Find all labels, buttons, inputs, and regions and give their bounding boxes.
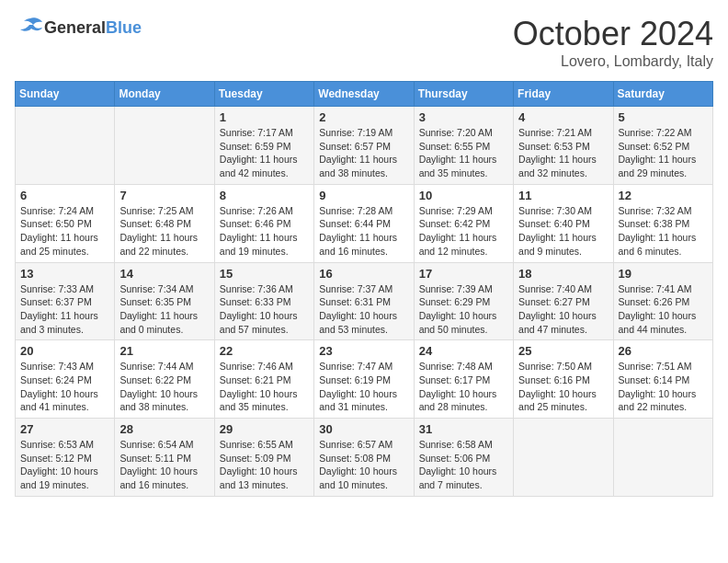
- cell-details: Sunrise: 6:58 AMSunset: 5:06 PMDaylight:…: [419, 438, 508, 492]
- day-number: 9: [319, 189, 408, 202]
- calendar-cell: 14Sunrise: 7:34 AMSunset: 6:35 PMDayligh…: [115, 262, 214, 340]
- cell-details: Sunrise: 7:40 AMSunset: 6:27 PMDaylight:…: [518, 282, 608, 337]
- calendar-cell: 9Sunrise: 7:28 AMSunset: 6:44 PMDaylight…: [314, 184, 414, 262]
- cell-details: Sunrise: 7:32 AMSunset: 6:38 PMDaylight:…: [619, 204, 708, 259]
- calendar-cell: [16, 107, 115, 185]
- calendar-cell: 18Sunrise: 7:40 AMSunset: 6:27 PMDayligh…: [514, 262, 613, 340]
- cell-details: Sunrise: 7:39 AMSunset: 6:29 PMDaylight:…: [419, 282, 508, 337]
- day-number: 11: [518, 189, 608, 202]
- calendar-cell: 12Sunrise: 7:32 AMSunset: 6:38 PMDayligh…: [613, 184, 712, 262]
- day-number: 21: [119, 344, 209, 358]
- cell-details: Sunrise: 6:54 AMSunset: 5:11 PMDaylight:…: [119, 438, 209, 492]
- page-header: GeneralBlue October 2024 Lovero, Lombard…: [15, 15, 713, 70]
- logo-bird-icon: [17, 15, 44, 37]
- day-number: 22: [220, 344, 309, 358]
- day-number: 3: [419, 110, 508, 124]
- calendar-cell: 22Sunrise: 7:46 AMSunset: 6:21 PMDayligh…: [214, 340, 313, 419]
- calendar-cell: 31Sunrise: 6:58 AMSunset: 5:06 PMDayligh…: [414, 419, 513, 497]
- calendar-table: Sunday Monday Tuesday Wednesday Thursday…: [15, 81, 713, 497]
- cell-details: Sunrise: 7:36 AMSunset: 6:33 PMDaylight:…: [220, 282, 309, 337]
- cell-details: Sunrise: 7:37 AMSunset: 6:31 PMDaylight:…: [319, 282, 408, 337]
- calendar-cell: 11Sunrise: 7:30 AMSunset: 6:40 PMDayligh…: [514, 184, 613, 262]
- day-number: 27: [20, 422, 109, 436]
- calendar-cell: 19Sunrise: 7:41 AMSunset: 6:26 PMDayligh…: [613, 262, 712, 340]
- cell-details: Sunrise: 7:48 AMSunset: 6:17 PMDaylight:…: [419, 360, 508, 414]
- cell-details: Sunrise: 7:51 AMSunset: 6:14 PMDaylight:…: [619, 360, 708, 414]
- calendar-week-row: 27Sunrise: 6:53 AMSunset: 5:12 PMDayligh…: [16, 419, 713, 497]
- day-number: 20: [20, 344, 109, 358]
- cell-details: Sunrise: 7:24 AMSunset: 6:50 PMDaylight:…: [20, 204, 109, 259]
- day-number: 26: [619, 344, 708, 358]
- cell-details: Sunrise: 7:33 AMSunset: 6:37 PMDaylight:…: [20, 282, 109, 337]
- calendar-cell: 8Sunrise: 7:26 AMSunset: 6:46 PMDaylight…: [214, 184, 313, 262]
- day-number: 16: [319, 267, 408, 281]
- cell-details: Sunrise: 7:30 AMSunset: 6:40 PMDaylight:…: [518, 204, 608, 259]
- day-number: 31: [419, 422, 508, 436]
- day-number: 8: [220, 189, 309, 202]
- day-number: 29: [220, 422, 309, 436]
- calendar-cell: 3Sunrise: 7:20 AMSunset: 6:55 PMDaylight…: [414, 107, 513, 185]
- cell-details: Sunrise: 7:26 AMSunset: 6:46 PMDaylight:…: [220, 204, 309, 259]
- calendar-cell: 21Sunrise: 7:44 AMSunset: 6:22 PMDayligh…: [115, 340, 214, 419]
- cell-details: Sunrise: 7:34 AMSunset: 6:35 PMDaylight:…: [119, 282, 209, 337]
- calendar-cell: 27Sunrise: 6:53 AMSunset: 5:12 PMDayligh…: [16, 419, 115, 497]
- calendar-cell: 25Sunrise: 7:50 AMSunset: 6:16 PMDayligh…: [514, 340, 613, 419]
- cell-details: Sunrise: 7:46 AMSunset: 6:21 PMDaylight:…: [220, 360, 309, 414]
- cell-details: Sunrise: 7:29 AMSunset: 6:42 PMDaylight:…: [419, 204, 508, 259]
- calendar-cell: 16Sunrise: 7:37 AMSunset: 6:31 PMDayligh…: [314, 262, 414, 340]
- day-number: 13: [20, 267, 109, 281]
- calendar-cell: 24Sunrise: 7:48 AMSunset: 6:17 PMDayligh…: [414, 340, 513, 419]
- day-number: 30: [319, 422, 408, 436]
- calendar-cell: 23Sunrise: 7:47 AMSunset: 6:19 PMDayligh…: [314, 340, 414, 419]
- calendar-cell: 26Sunrise: 7:51 AMSunset: 6:14 PMDayligh…: [613, 340, 712, 419]
- day-number: 25: [518, 344, 608, 358]
- cell-details: Sunrise: 7:50 AMSunset: 6:16 PMDaylight:…: [518, 360, 608, 414]
- cell-details: Sunrise: 7:22 AMSunset: 6:52 PMDaylight:…: [619, 126, 708, 180]
- calendar-cell: 13Sunrise: 7:33 AMSunset: 6:37 PMDayligh…: [16, 262, 115, 340]
- logo-general-text: General: [44, 18, 106, 37]
- cell-details: Sunrise: 6:55 AMSunset: 5:09 PMDaylight:…: [220, 438, 309, 492]
- cell-details: Sunrise: 7:44 AMSunset: 6:22 PMDaylight:…: [119, 360, 209, 414]
- header-wednesday: Wednesday: [314, 82, 414, 107]
- cell-details: Sunrise: 7:20 AMSunset: 6:55 PMDaylight:…: [419, 126, 508, 180]
- calendar-cell: 29Sunrise: 6:55 AMSunset: 5:09 PMDayligh…: [214, 419, 313, 497]
- day-number: 4: [518, 110, 608, 124]
- day-number: 17: [419, 267, 508, 281]
- day-number: 18: [518, 267, 608, 281]
- day-number: 14: [119, 267, 209, 281]
- calendar-header-row: Sunday Monday Tuesday Wednesday Thursday…: [16, 82, 713, 107]
- header-monday: Monday: [115, 82, 214, 107]
- calendar-cell: 6Sunrise: 7:24 AMSunset: 6:50 PMDaylight…: [16, 184, 115, 262]
- location-text: Lovero, Lombardy, Italy: [513, 53, 713, 70]
- calendar-cell: 2Sunrise: 7:19 AMSunset: 6:57 PMDaylight…: [314, 107, 414, 185]
- cell-details: Sunrise: 7:43 AMSunset: 6:24 PMDaylight:…: [20, 360, 109, 414]
- cell-details: Sunrise: 7:21 AMSunset: 6:53 PMDaylight:…: [518, 126, 608, 180]
- header-thursday: Thursday: [414, 82, 513, 107]
- calendar-cell: 5Sunrise: 7:22 AMSunset: 6:52 PMDaylight…: [613, 107, 712, 185]
- calendar-cell: [514, 419, 613, 497]
- day-number: 5: [619, 110, 708, 124]
- calendar-cell: 4Sunrise: 7:21 AMSunset: 6:53 PMDaylight…: [514, 107, 613, 185]
- day-number: 28: [119, 422, 209, 436]
- day-number: 2: [319, 110, 408, 124]
- calendar-cell: [613, 419, 712, 497]
- day-number: 1: [220, 110, 309, 124]
- cell-details: Sunrise: 7:47 AMSunset: 6:19 PMDaylight:…: [319, 360, 408, 414]
- calendar-week-row: 6Sunrise: 7:24 AMSunset: 6:50 PMDaylight…: [16, 184, 713, 262]
- logo-blue-text: Blue: [106, 18, 142, 37]
- day-number: 24: [419, 344, 508, 358]
- calendar-cell: 28Sunrise: 6:54 AMSunset: 5:11 PMDayligh…: [115, 419, 214, 497]
- header-saturday: Saturday: [613, 82, 712, 107]
- day-number: 15: [220, 267, 309, 281]
- calendar-cell: 1Sunrise: 7:17 AMSunset: 6:59 PMDaylight…: [214, 107, 313, 185]
- header-friday: Friday: [514, 82, 613, 107]
- calendar-cell: 10Sunrise: 7:29 AMSunset: 6:42 PMDayligh…: [414, 184, 513, 262]
- cell-details: Sunrise: 7:17 AMSunset: 6:59 PMDaylight:…: [220, 126, 309, 180]
- calendar-cell: 30Sunrise: 6:57 AMSunset: 5:08 PMDayligh…: [314, 419, 414, 497]
- cell-details: Sunrise: 6:53 AMSunset: 5:12 PMDaylight:…: [20, 438, 109, 492]
- day-number: 23: [319, 344, 408, 358]
- calendar-cell: 15Sunrise: 7:36 AMSunset: 6:33 PMDayligh…: [214, 262, 313, 340]
- day-number: 7: [119, 189, 209, 202]
- day-number: 6: [20, 189, 109, 202]
- calendar-week-row: 13Sunrise: 7:33 AMSunset: 6:37 PMDayligh…: [16, 262, 713, 340]
